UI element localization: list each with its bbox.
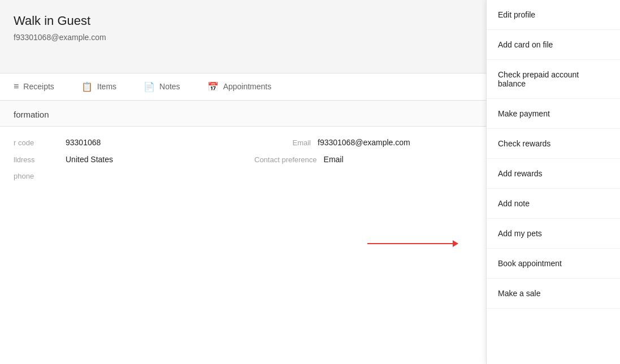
dropdown-item-check-rewards[interactable]: Check rewards <box>487 129 620 159</box>
email-row: Email f93301068@example.com <box>254 138 472 147</box>
profile-email: f93301068@example.com <box>14 33 472 42</box>
email-value: f93301068@example.com <box>318 138 410 147</box>
contact-pref-row: Contact preference Email <box>254 155 472 164</box>
info-grid: r code 93301068 lldress United States ph… <box>0 127 486 192</box>
address-value: United States <box>66 155 113 164</box>
dropdown-item-make-sale[interactable]: Make a sale <box>487 279 620 309</box>
phone-row: phone <box>14 172 232 180</box>
arrow-line <box>367 243 458 244</box>
arrow-indicator <box>367 243 458 244</box>
appointments-icon: 📅 <box>207 81 219 92</box>
items-icon: 📋 <box>81 81 93 92</box>
address-label: lldress <box>14 155 59 164</box>
contact-pref-label: Contact preference <box>254 155 317 164</box>
receipts-icon: ≡ <box>14 81 19 92</box>
r-code-label: r code <box>14 138 59 147</box>
tabs-bar: ≡ Receipts 📋 Items 📄 Notes 📅 Appointment… <box>0 73 486 101</box>
tab-appointments-label: Appointments <box>223 82 272 91</box>
notes-icon: 📄 <box>144 81 155 92</box>
profile-name: Walk in Guest <box>14 14 472 28</box>
info-right: Email f93301068@example.com Contact pref… <box>254 138 472 180</box>
address-row: lldress United States <box>14 155 232 164</box>
contact-pref-value: Email <box>324 155 344 164</box>
tab-notes-label: Notes <box>159 82 180 91</box>
dropdown-menu: Edit profile Add card on file Check prep… <box>486 0 620 364</box>
dropdown-item-add-pets[interactable]: Add my pets <box>487 219 620 249</box>
profile-header: Walk in Guest f93301068@example.com <box>0 0 486 73</box>
r-code-value: 93301068 <box>66 138 101 147</box>
dropdown-item-check-prepaid[interactable]: Check prepaid account balance <box>487 60 620 99</box>
tab-items[interactable]: 📋 Items <box>68 73 130 101</box>
tab-notes[interactable]: 📄 Notes <box>130 73 194 101</box>
dropdown-item-make-payment[interactable]: Make payment <box>487 99 620 129</box>
tab-receipts[interactable]: ≡ Receipts <box>0 73 68 101</box>
r-code-row: r code 93301068 <box>14 138 232 147</box>
tab-items-label: Items <box>97 82 116 91</box>
phone-label: phone <box>14 172 59 180</box>
tab-receipts-label: Receipts <box>23 82 54 91</box>
section-heading: formation <box>0 101 486 127</box>
dropdown-item-add-card[interactable]: Add card on file <box>487 30 620 60</box>
main-panel: Walk in Guest f93301068@example.com ≡ Re… <box>0 0 486 364</box>
tab-appointments[interactable]: 📅 Appointments <box>194 73 285 101</box>
info-left: r code 93301068 lldress United States ph… <box>14 138 232 180</box>
dropdown-item-add-note[interactable]: Add note <box>487 189 620 219</box>
email-label: Email <box>254 138 311 147</box>
dropdown-item-edit-profile[interactable]: Edit profile <box>487 0 620 30</box>
dropdown-item-book-appointment[interactable]: Book appointment <box>487 249 620 279</box>
dropdown-item-add-rewards[interactable]: Add rewards <box>487 159 620 189</box>
